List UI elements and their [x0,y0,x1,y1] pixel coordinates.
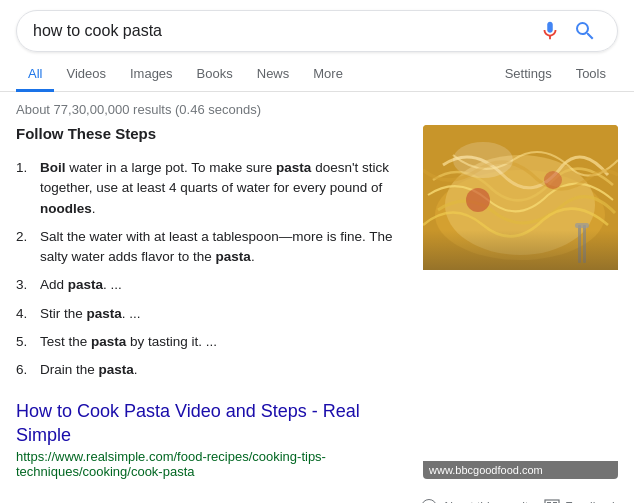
search-icon-btn[interactable] [573,19,597,43]
step-4: Stir the pasta. ... [16,300,407,328]
result-card: Follow These Steps Boil water in a large… [16,125,407,479]
svg-point-4 [544,171,562,189]
steps-list: Boil water in a large pot. To make sure … [16,154,407,384]
tab-settings[interactable]: Settings [493,58,564,92]
step-6: Drain the pasta. [16,356,407,384]
tab-tools[interactable]: Tools [564,58,618,92]
tab-books[interactable]: Books [185,58,245,92]
step-5: Test the pasta by tasting it. ... [16,328,407,356]
result-link-section: How to Cook Pasta Video and Steps - Real… [16,400,407,479]
search-icons [539,19,601,43]
svg-rect-7 [583,225,586,263]
svg-point-3 [466,188,490,212]
results-count: About 77,30,00,000 results (0.46 seconds… [16,102,261,117]
footer: ? About this result Feedback [0,487,634,503]
tab-videos[interactable]: Videos [54,58,118,92]
feedback-icon [544,499,560,503]
result-link-title[interactable]: How to Cook Pasta Video and Steps - Real… [16,401,360,444]
svg-rect-8 [575,223,589,228]
question-icon: ? [421,499,437,503]
results-info: About 77,30,00,000 results (0.46 seconds… [0,92,634,125]
featured-title: Follow These Steps [16,125,407,142]
tab-images[interactable]: Images [118,58,185,92]
image-source: www.bbcgoodfood.com [423,461,618,479]
tab-news[interactable]: News [245,58,302,92]
search-bar-container [0,0,634,52]
svg-rect-6 [578,225,581,263]
svg-point-5 [453,142,513,178]
feedback-btn[interactable]: Feedback [544,499,618,503]
nav-right: Settings Tools [493,58,618,91]
search-input-wrapper [16,10,618,52]
step-3: Add pasta. ... [16,271,407,299]
step-1: Boil water in a large pot. To make sure … [16,154,407,223]
result-image-container[interactable]: www.bbcgoodfood.com [423,125,618,479]
tab-more[interactable]: More [301,58,355,92]
step-2: Salt the water with at least a tablespoo… [16,223,407,272]
result-url: https://www.realsimple.com/food-recipes/… [16,449,407,479]
tab-all[interactable]: All [16,58,54,92]
main-content: Follow These Steps Boil water in a large… [0,125,634,479]
mic-icon[interactable] [539,20,561,42]
nav-tabs: All Videos Images Books News More Settin… [0,52,634,92]
search-input[interactable] [33,22,539,40]
about-result-btn[interactable]: ? About this result [421,499,528,503]
pasta-image [423,125,618,270]
